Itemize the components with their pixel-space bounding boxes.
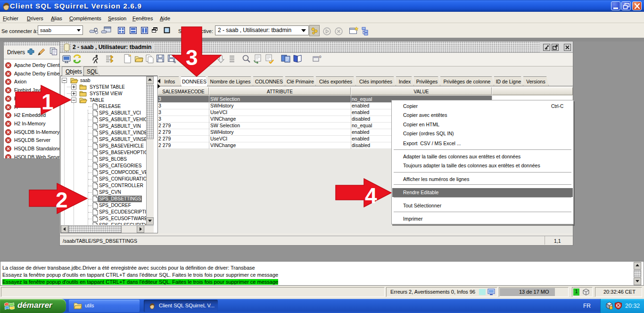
- svg-text:0: 0: [319, 55, 322, 59]
